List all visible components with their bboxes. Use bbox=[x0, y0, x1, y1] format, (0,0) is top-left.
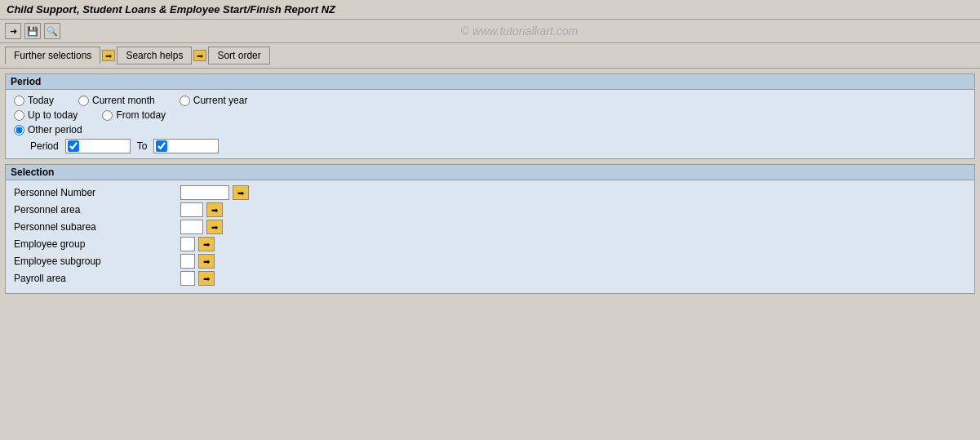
employee-subgroup-arrow-btn[interactable]: ➡ bbox=[198, 254, 215, 269]
search-helps-label: Search helps bbox=[126, 50, 183, 61]
radio-current-year-input[interactable] bbox=[180, 96, 190, 106]
toolbar: ➜ 💾 🔍 © www.tutorialkart.com bbox=[0, 20, 980, 43]
tab-sort-order[interactable]: Sort order bbox=[208, 47, 269, 64]
back-icon[interactable]: ➜ bbox=[5, 23, 21, 39]
find-icon[interactable]: 🔍 bbox=[44, 23, 60, 39]
radio-from-today[interactable]: From today bbox=[102, 109, 166, 121]
radio-today[interactable]: Today bbox=[14, 95, 54, 106]
radio-today-input[interactable] bbox=[14, 96, 24, 106]
period-to-input[interactable] bbox=[153, 139, 219, 153]
radio-current-month[interactable]: Current month bbox=[78, 95, 155, 106]
radio-current-month-label: Current month bbox=[92, 95, 155, 106]
radio-current-month-input[interactable] bbox=[78, 96, 89, 106]
selection-section-header: Selection bbox=[6, 165, 974, 180]
employee-subgroup-input[interactable] bbox=[180, 254, 195, 269]
tab-arrow-1: ➡ bbox=[102, 50, 115, 61]
period-to-checkbox[interactable] bbox=[156, 140, 167, 152]
radio-up-to-today-label: Up to today bbox=[28, 109, 78, 121]
personnel-number-label: Personnel Number bbox=[14, 187, 177, 198]
tab-arrow-2: ➡ bbox=[193, 50, 206, 61]
period-field-label: Period bbox=[30, 140, 59, 152]
personnel-subarea-input[interactable] bbox=[180, 220, 203, 234]
period-row-3: Other period bbox=[14, 124, 966, 136]
radio-other-period-input[interactable] bbox=[14, 125, 24, 136]
radio-today-label: Today bbox=[28, 95, 54, 106]
payroll-area-input[interactable] bbox=[180, 271, 195, 286]
period-row-2: Up to today From today bbox=[14, 109, 966, 121]
tab-search-helps[interactable]: Search helps bbox=[117, 47, 192, 64]
personnel-number-row: Personnel Number ➡ bbox=[14, 185, 966, 200]
payroll-area-label: Payroll area bbox=[14, 273, 177, 284]
personnel-number-arrow-btn[interactable]: ➡ bbox=[233, 185, 249, 200]
save-icon[interactable]: 💾 bbox=[24, 23, 41, 39]
sort-order-label: Sort order bbox=[217, 50, 260, 61]
personnel-area-row: Personnel area ➡ bbox=[14, 202, 966, 217]
period-from-checkbox[interactable] bbox=[68, 140, 79, 152]
selection-section: Selection Personnel Number ➡ Personnel a… bbox=[5, 164, 975, 294]
personnel-number-input[interactable] bbox=[180, 185, 229, 200]
personnel-subarea-row: Personnel subarea ➡ bbox=[14, 220, 966, 234]
radio-from-today-input[interactable] bbox=[102, 110, 113, 121]
window-title: Child Support, Student Loans & Employee … bbox=[7, 3, 335, 16]
selection-section-body: Personnel Number ➡ Personnel area ➡ Pers… bbox=[6, 180, 974, 293]
radio-other-period-label: Other period bbox=[28, 124, 82, 136]
employee-group-input[interactable] bbox=[180, 237, 195, 251]
radio-up-to-today[interactable]: Up to today bbox=[14, 109, 78, 121]
title-bar: Child Support, Student Loans & Employee … bbox=[0, 0, 980, 20]
tab-further-selections[interactable]: Further selections bbox=[5, 47, 100, 64]
employee-group-label: Employee group bbox=[14, 238, 177, 250]
personnel-subarea-arrow-btn[interactable]: ➡ bbox=[206, 220, 223, 234]
employee-subgroup-label: Employee subgroup bbox=[14, 256, 177, 267]
personnel-area-arrow-btn[interactable]: ➡ bbox=[206, 202, 223, 217]
period-row-1: Today Current month Current year bbox=[14, 95, 966, 106]
main-content: Period Today Current month Current year bbox=[0, 69, 980, 304]
to-label: To bbox=[137, 140, 148, 152]
period-input-row: Period To bbox=[14, 139, 966, 153]
payroll-area-row: Payroll area ➡ bbox=[14, 271, 966, 286]
radio-current-year[interactable]: Current year bbox=[180, 95, 248, 106]
radio-from-today-label: From today bbox=[116, 109, 166, 121]
employee-group-row: Employee group ➡ bbox=[14, 237, 966, 251]
radio-up-to-today-input[interactable] bbox=[14, 110, 24, 121]
personnel-area-input[interactable] bbox=[180, 202, 203, 217]
further-selections-label: Further selections bbox=[14, 50, 91, 61]
employee-group-arrow-btn[interactable]: ➡ bbox=[198, 237, 215, 251]
radio-other-period[interactable]: Other period bbox=[14, 124, 82, 136]
employee-subgroup-row: Employee subgroup ➡ bbox=[14, 254, 966, 269]
period-section-header: Period bbox=[6, 74, 974, 90]
radio-current-year-label: Current year bbox=[193, 95, 248, 106]
personnel-subarea-label: Personnel subarea bbox=[14, 221, 177, 233]
personnel-area-label: Personnel area bbox=[14, 204, 177, 216]
tab-bar: Further selections ➡ Search helps ➡ Sort… bbox=[0, 43, 980, 69]
period-from-input[interactable] bbox=[65, 139, 131, 153]
watermark: © www.tutorialkart.com bbox=[64, 24, 975, 38]
period-section: Period Today Current month Current year bbox=[5, 73, 975, 159]
period-section-body: Today Current month Current year Up to t… bbox=[6, 90, 974, 158]
payroll-area-arrow-btn[interactable]: ➡ bbox=[198, 271, 215, 286]
